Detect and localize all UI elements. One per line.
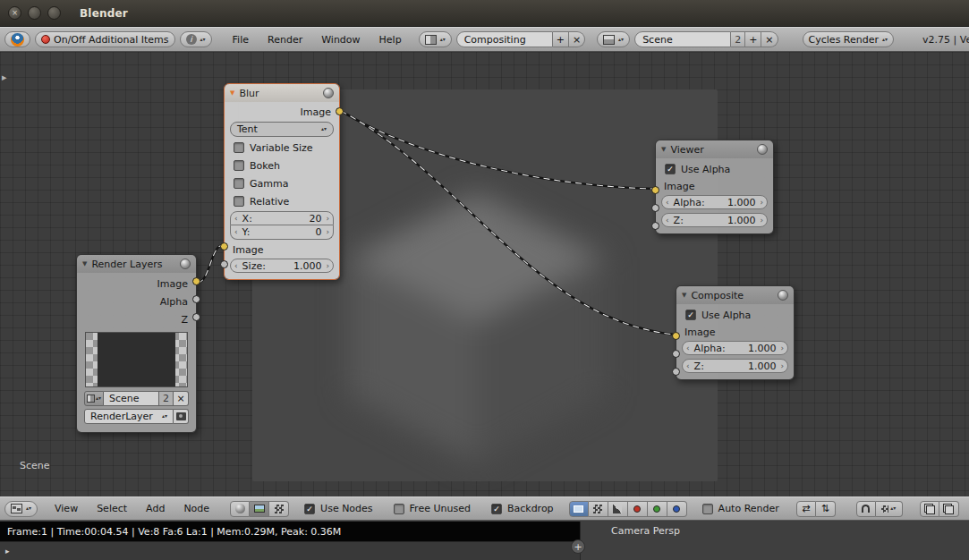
step-left-icon[interactable]: ‹: [686, 362, 690, 370]
scene-users-count[interactable]: 2: [731, 31, 745, 47]
scene-name-field[interactable]: Scene: [104, 391, 159, 406]
paste-nodes-icon[interactable]: [939, 501, 959, 517]
blur-size-field[interactable]: ‹ Size: 1.000 ›: [230, 259, 334, 273]
compositing-nodes-toggle[interactable]: [250, 501, 269, 517]
texture-nodes-toggle[interactable]: [269, 501, 289, 517]
socket-z-input[interactable]: [651, 222, 659, 230]
step-right-icon[interactable]: ›: [780, 344, 784, 352]
viewer-use-alpha-checkbox[interactable]: ✓ Use Alpha: [659, 160, 769, 178]
menu-render[interactable]: Render: [260, 34, 310, 46]
composite-node-header[interactable]: ▼ Composite: [676, 286, 794, 304]
blur-gamma-checkbox[interactable]: Gamma: [228, 174, 336, 192]
channel-red-toggle[interactable]: [628, 501, 648, 517]
close-window-button[interactable]: ×: [8, 6, 21, 20]
socket-image-output[interactable]: [192, 277, 200, 285]
blur-filter-type-select[interactable]: Tent ▴▾: [230, 122, 334, 137]
node-composite[interactable]: ▼ Composite ✓ Use Alpha Image ‹ Alpha: 1…: [676, 285, 795, 380]
scene-browse-button[interactable]: ▴▾: [84, 391, 104, 406]
step-right-icon[interactable]: ›: [760, 216, 763, 225]
info-editor-select[interactable]: i ▴▾: [180, 31, 212, 47]
node-editor-canvas[interactable]: ▸ ▼ Blur Image Tent ▴▾ Variable Size: [0, 52, 969, 496]
socket-image-input[interactable]: [651, 186, 659, 194]
delete-scene-button[interactable]: ×: [761, 31, 778, 47]
step-left-icon[interactable]: ‹: [234, 228, 238, 236]
channel-green-toggle[interactable]: [648, 501, 667, 517]
maximize-window-button[interactable]: [47, 6, 61, 20]
viewport-3d[interactable]: + Camera Persp: [580, 522, 969, 560]
step-right-icon[interactable]: ›: [326, 215, 329, 223]
socket-image-input[interactable]: [672, 332, 680, 340]
step-right-icon[interactable]: ›: [326, 262, 329, 270]
panel-expand-arrow-icon[interactable]: ▸: [5, 547, 10, 556]
snap-mode-select[interactable]: ▴▾: [876, 501, 903, 517]
blur-node-header[interactable]: ▼ Blur: [225, 84, 339, 102]
go-parent-tree-icon[interactable]: ⇄: [796, 501, 816, 517]
additional-items-toggle[interactable]: On/Off Additional Items: [35, 31, 175, 47]
step-left-icon[interactable]: ‹: [686, 344, 690, 352]
timeline-strip[interactable]: ▸: [0, 541, 580, 560]
snap-toggle-icon[interactable]: [856, 501, 876, 517]
collapse-arrow-icon[interactable]: ▼: [82, 260, 87, 267]
channel-color-toggle[interactable]: [608, 501, 628, 517]
viewer-node-header[interactable]: ▼ Viewer: [656, 140, 773, 158]
viewer-z-field[interactable]: ‹ Z: 1.000 ›: [661, 213, 768, 227]
screen-layout-select[interactable]: ▴▾: [419, 31, 452, 47]
blur-relative-checkbox[interactable]: Relative: [228, 192, 336, 210]
copy-nodes-icon[interactable]: [920, 501, 939, 517]
socket-z-input[interactable]: [672, 368, 680, 376]
toolbar-expand-arrow-icon[interactable]: ▸: [2, 72, 7, 83]
free-unused-checkbox[interactable]: Free Unused: [394, 503, 471, 514]
preview-ball-icon[interactable]: [180, 259, 191, 269]
node-render-layers[interactable]: ▼ Render Layers Image Alpha Z: [76, 254, 197, 433]
render-layers-node-header[interactable]: ▼ Render Layers: [77, 255, 196, 273]
step-left-icon[interactable]: ‹: [234, 262, 238, 270]
step-right-icon[interactable]: ›: [326, 228, 329, 236]
viewer-alpha-field[interactable]: ‹ Alpha: 1.000 ›: [661, 195, 768, 209]
step-left-icon[interactable]: ‹: [234, 215, 238, 223]
composite-z-field[interactable]: ‹ Z: 1.000 ›: [682, 359, 788, 373]
auto-render-checkbox[interactable]: Auto Render: [702, 503, 779, 514]
step-left-icon[interactable]: ‹: [666, 199, 669, 207]
menu-node[interactable]: Node: [176, 503, 217, 514]
channel-alpha-toggle[interactable]: [589, 501, 608, 517]
menu-add[interactable]: Add: [139, 503, 172, 514]
render-layer-render-button[interactable]: [174, 409, 189, 424]
menu-select[interactable]: Select: [89, 503, 134, 514]
unlink-scene-button[interactable]: ×: [174, 391, 189, 406]
expand-panel-plus-icon[interactable]: +: [571, 539, 585, 554]
step-left-icon[interactable]: ‹: [666, 216, 669, 225]
scene-browse-select[interactable]: ▴▾: [597, 31, 630, 47]
step-right-icon[interactable]: ›: [760, 199, 763, 207]
minimize-window-button[interactable]: [28, 6, 41, 20]
use-nodes-checkbox[interactable]: ✓ Use Nodes: [304, 503, 373, 514]
edit-group-icon[interactable]: ⇅: [816, 501, 836, 517]
socket-size-input[interactable]: [220, 260, 228, 268]
collapse-arrow-icon[interactable]: ▼: [661, 146, 666, 153]
scene-users-count[interactable]: 2: [159, 391, 174, 406]
preview-ball-icon[interactable]: [778, 290, 788, 301]
socket-z-output[interactable]: [192, 313, 200, 321]
node-link[interactable]: [198, 245, 223, 283]
preview-ball-icon[interactable]: [323, 88, 334, 98]
collapse-arrow-icon[interactable]: ▼: [682, 292, 686, 299]
screen-layout-name-field[interactable]: Compositing: [456, 31, 553, 47]
menu-view[interactable]: View: [47, 503, 85, 514]
blur-y-field[interactable]: ‹ Y: 0 ›: [230, 225, 334, 240]
menu-window[interactable]: Window: [314, 34, 367, 46]
step-right-icon[interactable]: ›: [780, 362, 784, 370]
menu-file[interactable]: File: [225, 34, 256, 46]
socket-alpha-input[interactable]: [651, 204, 659, 212]
channel-color-alpha-toggle[interactable]: [569, 501, 589, 517]
channel-blue-toggle[interactable]: [667, 501, 687, 517]
editor-type-select[interactable]: ▴▾: [4, 501, 38, 517]
delete-layout-button[interactable]: ×: [569, 31, 585, 47]
render-engine-select[interactable]: Cycles Render ▴▾: [803, 31, 894, 47]
blender-menu-button[interactable]: [4, 31, 30, 47]
add-layout-button[interactable]: +: [553, 31, 569, 47]
socket-image-output[interactable]: [336, 107, 344, 115]
shader-nodes-toggle[interactable]: [230, 501, 250, 517]
socket-alpha-input[interactable]: [672, 350, 680, 358]
backdrop-checkbox[interactable]: ✓ Backdrop: [491, 503, 554, 514]
composite-use-alpha-checkbox[interactable]: ✓ Use Alpha: [680, 306, 790, 324]
node-viewer[interactable]: ▼ Viewer ✓ Use Alpha Image ‹ Alpha: 1.00…: [655, 140, 774, 234]
